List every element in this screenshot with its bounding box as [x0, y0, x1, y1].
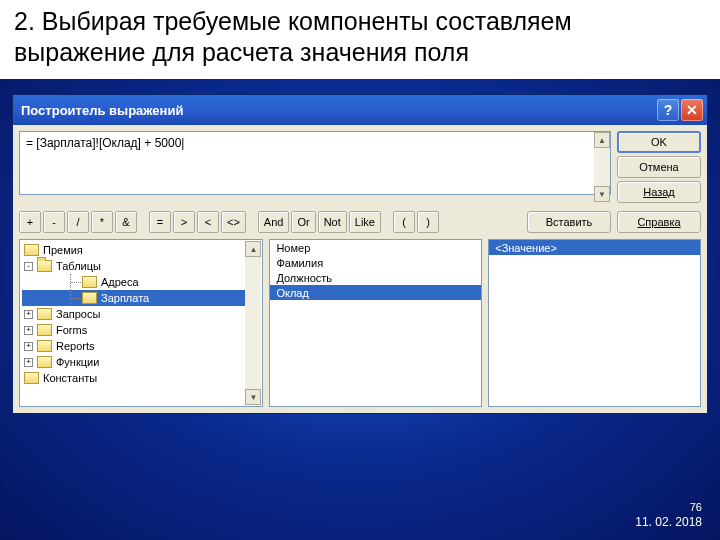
operator-[interactable]: > [173, 211, 195, 233]
insert-button[interactable]: Вставить [527, 211, 611, 233]
folder-icon [82, 276, 97, 288]
folder-icon [24, 244, 39, 256]
scrollbar[interactable]: ▲ ▼ [594, 132, 610, 202]
operator-[interactable]: ) [417, 211, 439, 233]
folder-icon [24, 372, 39, 384]
list-item[interactable]: Фамилия [270, 255, 481, 270]
operator-[interactable]: - [43, 211, 65, 233]
values-list[interactable]: <Значение> [488, 239, 701, 407]
operator-[interactable]: & [115, 211, 137, 233]
close-icon[interactable]: ✕ [681, 99, 703, 121]
date: 11. 02. 2018 [635, 515, 702, 530]
footer: 76 11. 02. 2018 [635, 501, 702, 530]
folder-icon [82, 292, 97, 304]
tree-item-label: Константы [43, 372, 97, 384]
folder-icon [37, 324, 52, 336]
folder-icon [37, 340, 52, 352]
scrollbar[interactable]: ▲ ▼ [245, 241, 261, 405]
tree-item-label: Таблицы [56, 260, 101, 272]
scroll-down-icon[interactable]: ▼ [245, 389, 261, 405]
folder-icon [37, 356, 52, 368]
operator-like[interactable]: Like [349, 211, 381, 233]
operator-[interactable]: + [19, 211, 41, 233]
folder-icon [37, 260, 52, 272]
expression-builder-window: Построитель выражений ? ✕ = [Зарплата]![… [12, 94, 708, 414]
tree-item[interactable]: Премия [22, 242, 260, 258]
expand-icon[interactable]: + [24, 342, 33, 351]
scroll-up-icon[interactable]: ▲ [245, 241, 261, 257]
operator-toolbar: +-/*&=><<>AndOrNotLike() [19, 211, 521, 233]
list-item[interactable]: <Значение> [489, 240, 700, 255]
tree-item-label: Зарплата [101, 292, 149, 304]
help-icon[interactable]: ? [657, 99, 679, 121]
window-title: Построитель выражений [21, 103, 183, 118]
tree-item[interactable]: Адреса [22, 274, 260, 290]
categories-tree[interactable]: Премия-ТаблицыАдресаЗарплата+Запросы+For… [19, 239, 263, 407]
expand-icon[interactable]: + [24, 310, 33, 319]
scroll-down-icon[interactable]: ▼ [594, 186, 610, 202]
back-button[interactable]: Назад [617, 181, 701, 203]
tree-item-label: Forms [56, 324, 87, 336]
titlebar: Построитель выражений ? ✕ [13, 95, 707, 125]
expand-icon[interactable]: - [24, 262, 33, 271]
tree-item-label: Адреса [101, 276, 139, 288]
tree-item[interactable]: -Таблицы [22, 258, 260, 274]
expand-icon[interactable]: + [24, 358, 33, 367]
list-item[interactable]: Номер [270, 240, 481, 255]
tree-item-label: Премия [43, 244, 83, 256]
operator-and[interactable]: And [258, 211, 290, 233]
tree-item[interactable]: +Запросы [22, 306, 260, 322]
expand-icon[interactable]: + [24, 326, 33, 335]
tree-item[interactable]: Константы [22, 370, 260, 386]
slide-heading: 2. Выбирая требуемые компоненты составля… [0, 0, 720, 79]
list-item[interactable]: Должность [270, 270, 481, 285]
operator-[interactable]: <> [221, 211, 246, 233]
tree-item[interactable]: Зарплата [22, 290, 260, 306]
ok-button[interactable]: OK [617, 131, 701, 153]
operator-[interactable]: < [197, 211, 219, 233]
operator-[interactable]: / [67, 211, 89, 233]
tree-item-label: Reports [56, 340, 95, 352]
folder-icon [37, 308, 52, 320]
page-number: 76 [635, 501, 702, 515]
operator-[interactable]: * [91, 211, 113, 233]
expression-input[interactable]: = [Зарплата]![Оклад] + 5000| [19, 131, 611, 195]
tree-item[interactable]: +Функции [22, 354, 260, 370]
operator-or[interactable]: Or [291, 211, 315, 233]
tree-item-label: Функции [56, 356, 99, 368]
operator-[interactable]: ( [393, 211, 415, 233]
scroll-up-icon[interactable]: ▲ [594, 132, 610, 148]
tree-item[interactable]: +Reports [22, 338, 260, 354]
operator-[interactable]: = [149, 211, 171, 233]
fields-list[interactable]: НомерФамилияДолжностьОклад [269, 239, 482, 407]
list-item[interactable]: Оклад [270, 285, 481, 300]
tree-item-label: Запросы [56, 308, 100, 320]
cancel-button[interactable]: Отмена [617, 156, 701, 178]
tree-item[interactable]: +Forms [22, 322, 260, 338]
operator-not[interactable]: Not [318, 211, 347, 233]
help-button[interactable]: Справка [617, 211, 701, 233]
